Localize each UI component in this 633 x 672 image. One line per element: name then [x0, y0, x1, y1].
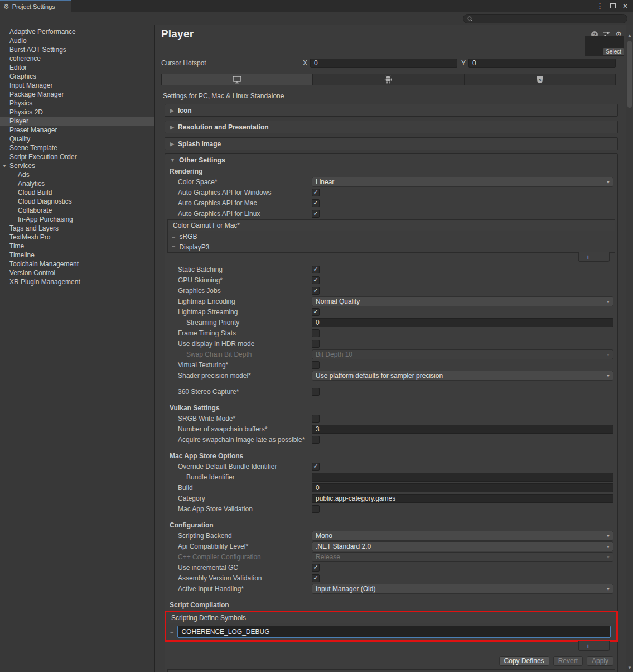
sidebar-item-physics[interactable]: Physics [0, 99, 154, 108]
remove-button[interactable]: − [598, 642, 602, 650]
sidebar-item-physics-2d[interactable]: Physics 2D [0, 108, 154, 117]
sidebar-item-quality[interactable]: Quality [0, 135, 154, 143]
sidebar-item-analytics[interactable]: Analytics [0, 179, 154, 188]
dropdown-api-compatibility-level[interactable]: .NET Standard 2.0▼ [312, 541, 613, 551]
checkbox-auto-graphics-api-for-mac[interactable]: ✓ [312, 199, 320, 207]
checkbox-use-display-in-hdr-mode[interactable] [312, 340, 320, 348]
search-input[interactable] [463, 14, 627, 23]
sidebar-item-in-app-purchasing[interactable]: In-App Purchasing [0, 215, 154, 224]
project-settings-tab[interactable]: ⚙ Project Settings [0, 0, 71, 12]
platform-tab-standalone[interactable] [162, 74, 313, 85]
sidebar-item-script-execution-order[interactable]: Script Execution Order [0, 152, 154, 161]
close-icon[interactable]: ✕ [622, 2, 628, 10]
sidebar-item-collaborate[interactable]: Collaborate [0, 206, 154, 215]
scripting-define-symbol-input[interactable]: COHERENCE_LOG_DEBUG [177, 626, 611, 638]
sidebar-item-input-manager[interactable]: Input Manager [0, 81, 154, 90]
sidebar-item-burst-aot-settings[interactable]: Burst AOT Settings [0, 45, 154, 54]
checkbox-mac-app-store-validation[interactable] [312, 505, 320, 513]
setting-auto-graphics-api-for-windows: Auto Graphics API for Windows✓ [165, 187, 617, 198]
sidebar-item-graphics[interactable]: Graphics [0, 72, 154, 81]
checkbox-use-incremental-gc[interactable]: ✓ [312, 564, 320, 572]
checkbox-graphics-jobs[interactable]: ✓ [312, 287, 320, 295]
sidebar-item-tags-and-layers[interactable]: Tags and Layers [0, 224, 154, 233]
setting-script-compilation: Script Compilation [165, 599, 617, 610]
sidebar-item-package-manager[interactable]: Package Manager [0, 90, 154, 99]
plus-minus-toolbar: +− [578, 252, 610, 262]
maximize-icon[interactable] [610, 3, 616, 8]
revert-button[interactable]: Revert [553, 656, 583, 666]
field-streaming-priority[interactable]: 0 [312, 318, 613, 327]
checkbox-srgb-write-mode[interactable] [312, 415, 320, 423]
checkbox-assembly-version-validation[interactable]: ✓ [312, 574, 320, 582]
select-button[interactable]: Select [603, 48, 624, 55]
sidebar-item-adaptive-performance[interactable]: Adaptive Performance [0, 27, 154, 36]
scrollbar-thumb[interactable] [627, 41, 632, 108]
foldout-splash-image[interactable]: ▶Splash Image [165, 137, 618, 150]
checkbox-virtual-texturing[interactable] [312, 361, 320, 369]
sidebar-item-editor[interactable]: Editor [0, 63, 154, 72]
foldout-open-icon[interactable]: ▼ [2, 164, 7, 169]
add-button[interactable]: + [586, 253, 590, 261]
checkbox-360-stereo-capture[interactable] [312, 388, 320, 396]
dropdown-scripting-backend[interactable]: Mono▼ [312, 531, 613, 541]
dropdown-lightmap-encoding[interactable]: Normal Quality▼ [312, 296, 613, 306]
dropdown-color-space[interactable]: Linear▼ [312, 177, 613, 187]
checkbox-acquire-swapchain-image-late-as-possible[interactable] [312, 436, 320, 444]
cursor-hotspot-x-field[interactable]: 0 [310, 59, 457, 68]
copy-defines-button[interactable]: Copy Defines [499, 656, 549, 666]
remove-button[interactable]: − [598, 253, 602, 261]
other-settings-foldout[interactable]: ▼ Other Settings [165, 154, 617, 166]
checkbox-frame-timing-stats[interactable] [312, 329, 320, 337]
sidebar-item-scene-template[interactable]: Scene Template [0, 143, 154, 152]
sidebar-item-cloud-build[interactable]: Cloud Build [0, 188, 154, 197]
dropdown-c-compiler-configuration[interactable]: Release▼ [312, 552, 613, 562]
dropdown-active-input-handling[interactable]: Input Manager (Old)▼ [312, 584, 613, 594]
sidebar-item-services[interactable]: ▼Services [0, 161, 154, 170]
sidebar-item-coherence[interactable]: coherence [0, 54, 154, 63]
add-button[interactable]: + [586, 642, 590, 650]
sidebar-item-timeline[interactable]: Timeline [0, 251, 154, 260]
platform-tab-android[interactable] [313, 74, 464, 85]
drag-handle-icon[interactable]: = [170, 628, 173, 635]
cursor-hotspot-y-field[interactable]: 0 [468, 59, 616, 68]
foldout-resolution-and-presentation[interactable]: ▶Resolution and Presentation [165, 121, 618, 133]
scroll-down-icon[interactable]: ▼ [626, 665, 633, 670]
sidebar-item-label: Adaptive Performance [9, 28, 76, 36]
dropdown-shader-precision-model[interactable]: Use platform defaults for sampler precis… [312, 371, 613, 381]
field-build[interactable]: 0 [312, 483, 613, 492]
sidebar-item-ads[interactable]: Ads [0, 170, 154, 179]
list-item-srgb[interactable]: =sRGB [168, 231, 615, 242]
vertical-scrollbar[interactable]: ▲ ▼ [626, 25, 633, 672]
sidebar-item-version-control[interactable]: Version Control [0, 268, 154, 277]
list-item-label: DisplayP3 [179, 243, 209, 251]
sidebar-item-toolchain-management[interactable]: Toolchain Management [0, 260, 154, 268]
field-category[interactable]: public.app-category.games [312, 494, 613, 503]
sidebar-item-textmesh-pro[interactable]: TextMesh Pro [0, 233, 154, 242]
list-item-displayp3[interactable]: =DisplayP3 [168, 242, 615, 252]
field-bundle-identifier[interactable] [312, 473, 613, 482]
cursor-object-picker[interactable]: Select [585, 36, 624, 56]
dropdown-swap-chain-bit-depth[interactable]: Bit Depth 10▼ [312, 349, 613, 359]
sidebar-item-cloud-diagnostics[interactable]: Cloud Diagnostics [0, 197, 154, 206]
platform-tab-bar: 5 [161, 74, 616, 85]
checkbox-override-default-bundle-identifier[interactable]: ✓ [312, 463, 320, 471]
platform-tab-webgl[interactable]: 5 [465, 74, 615, 85]
foldout-icon[interactable]: ▶Icon [165, 104, 618, 117]
window-menu-icon[interactable]: ⋮ [596, 2, 603, 10]
sidebar-item-player[interactable]: Player [0, 117, 154, 126]
checkbox-gpu-skinning[interactable]: ✓ [312, 276, 320, 284]
checkbox-lightmap-streaming[interactable]: ✓ [312, 308, 320, 316]
sidebar-item-preset-manager[interactable]: Preset Manager [0, 126, 154, 135]
sidebar-item-time[interactable]: Time [0, 242, 154, 251]
group-header: Script Compilation [170, 601, 229, 609]
checkbox-auto-graphics-api-for-linux[interactable]: ✓ [312, 210, 320, 218]
sidebar-item-audio[interactable]: Audio [0, 36, 154, 45]
sidebar-item-xr-plugin-management[interactable]: XR Plugin Management [0, 277, 154, 286]
drag-handle-icon[interactable]: = [172, 244, 175, 251]
field-number-of-swapchain-buffers[interactable]: 3 [312, 425, 613, 434]
apply-button[interactable]: Apply [587, 656, 613, 666]
checkbox-static-batching[interactable]: ✓ [312, 266, 320, 273]
checkbox-auto-graphics-api-for-windows[interactable]: ✓ [312, 189, 320, 196]
scroll-up-icon[interactable]: ▲ [626, 33, 633, 38]
drag-handle-icon[interactable]: = [172, 233, 175, 240]
